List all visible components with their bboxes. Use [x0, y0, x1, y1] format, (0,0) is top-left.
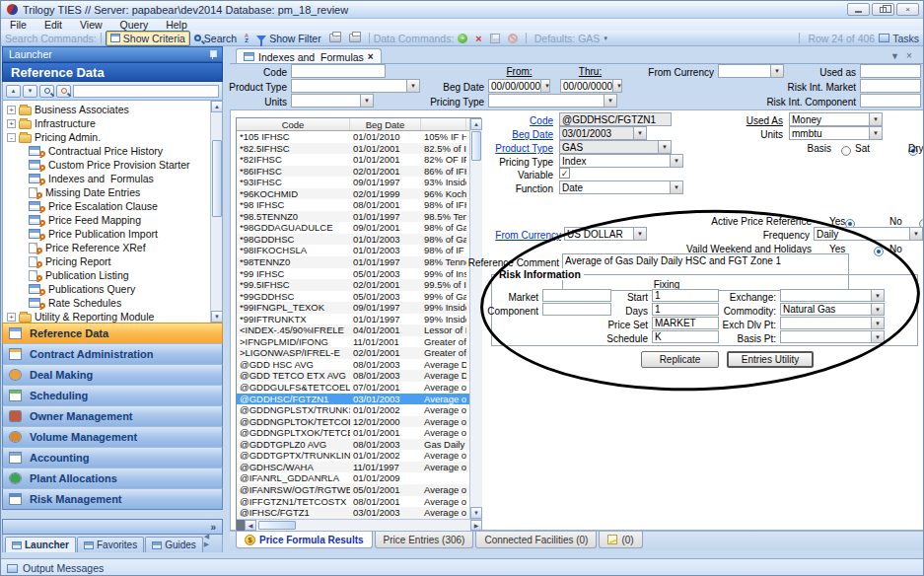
- chevron-down-icon[interactable]: ▼: [633, 228, 646, 240]
- bottom-tab-connected-facilities-0-[interactable]: Connected Facilities (0): [475, 532, 597, 548]
- close-button[interactable]: ×: [896, 3, 919, 16]
- tree-filter-input[interactable]: [73, 85, 219, 98]
- scroll-down-icon[interactable]: ▼: [470, 507, 482, 519]
- pin-icon[interactable]: [209, 50, 216, 59]
- panel-menu-icon[interactable]: ▼: [890, 51, 899, 61]
- grid-row[interactable]: @GDHSC/WAHA11/01/1997Average of Ga: [237, 462, 469, 473]
- menu-view[interactable]: View: [71, 19, 111, 31]
- exch-dlv-pt-dropdown[interactable]: ▼: [780, 317, 885, 329]
- valid-weekend-yes-radio[interactable]: [874, 247, 884, 256]
- criteria-pricing-type-dropdown[interactable]: ▼: [488, 94, 617, 108]
- tree-item[interactable]: Missing Date Entries: [3, 185, 222, 199]
- chevron-down-icon[interactable]: ▼: [909, 228, 922, 240]
- chevron-down-icon[interactable]: ▼: [360, 95, 373, 107]
- grid-row[interactable]: @GDDNGPLTXOK/TETCETX01/01/2001Average of…: [237, 427, 469, 439]
- grid-row[interactable]: *99.5IFHSC02/01/200199.5% of IFHS: [237, 279, 469, 291]
- grid-row[interactable]: @IFANRL_GDDANRLA01/01/2009: [237, 472, 469, 484]
- start-input[interactable]: 1: [652, 289, 719, 302]
- chevron-down-icon[interactable]: ▼: [658, 141, 671, 153]
- module-button-owner-management[interactable]: Owner Management: [2, 405, 223, 427]
- grid-row[interactable]: >IFNGPLMID/IFONG11/01/2001Greater of IFN…: [237, 336, 469, 348]
- criteria-product-type-dropdown[interactable]: ▼: [291, 79, 420, 93]
- grid-row[interactable]: *99 IFHSC05/01/200399% of Inside F: [237, 268, 469, 280]
- grid-row[interactable]: *98TENNZ001/01/199798% Tennesse: [237, 256, 469, 268]
- criteria-from-currency-dropdown[interactable]: ▼: [718, 64, 784, 78]
- entries-utility-button[interactable]: Entries Utility: [727, 351, 814, 368]
- chevron-down-icon[interactable]: ▼: [406, 80, 419, 92]
- expand-icon[interactable]: +: [7, 106, 16, 114]
- tree-item[interactable]: Pricing Report: [3, 254, 222, 268]
- sidebar-tab-favorites[interactable]: Favorites: [77, 537, 144, 552]
- module-button-reference-data[interactable]: Reference Data: [2, 323, 223, 344]
- collapse-all-button[interactable]: ▲: [6, 85, 21, 98]
- grid-row[interactable]: *86IFHSC02/01/200186% of IFHSC: [237, 166, 469, 178]
- grid-row[interactable]: *96KOCHMID02/01/199996% Koch Mids: [237, 188, 469, 200]
- tree-item[interactable]: Rate Schedules: [3, 296, 222, 310]
- basis-sat-radio[interactable]: [841, 146, 851, 156]
- module-button-risk-management[interactable]: Risk Management: [2, 488, 223, 510]
- restore-button[interactable]: [872, 3, 894, 16]
- component-input[interactable]: [542, 303, 611, 316]
- detail-beg-date-dropdown[interactable]: 03/01/2003▼: [559, 126, 647, 140]
- frequency-dropdown[interactable]: Daily▼: [814, 227, 923, 241]
- tree-item[interactable]: +Utility & Reporting Module: [3, 310, 222, 324]
- document-tab[interactable]: Indexes and Formulas ×: [236, 48, 382, 64]
- criteria-code-input[interactable]: [291, 64, 386, 78]
- tab-scroll-arrows[interactable]: ◀ ▶: [204, 533, 220, 552]
- grid-column-header[interactable]: Beg Date: [350, 118, 421, 130]
- tree-item[interactable]: Price Escalation Clause: [3, 199, 222, 213]
- grid-row[interactable]: @GDDHSC/FGTZN103/01/2003Average of Ga: [237, 394, 469, 405]
- grid-row[interactable]: *98IFKOCHSLA01/01/200398% of IF Koch: [237, 245, 469, 256]
- chevron-down-icon[interactable]: ▼: [633, 127, 646, 139]
- detail-product-type-dropdown[interactable]: GAS▼: [559, 140, 672, 154]
- tab-close-icon[interactable]: ×: [368, 51, 374, 62]
- grid-row[interactable]: >LIGONWASP/IFREL-E02/01/2001Greater of L…: [237, 347, 469, 359]
- tree-item[interactable]: Contractual Price History: [3, 144, 222, 158]
- beg-date-from-dropdown[interactable]: 00/00/0000▼: [488, 79, 550, 93]
- show-filter-button[interactable]: Show Filter: [252, 32, 325, 45]
- chevron-down-icon[interactable]: ▼: [871, 290, 884, 301]
- grid-row[interactable]: @GDD HSC AVG08/01/2003Average Daily: [237, 359, 469, 371]
- delete-record-button[interactable]: ×: [471, 33, 485, 44]
- scroll-thumb[interactable]: [212, 140, 222, 217]
- tree-item[interactable]: Publications Query: [3, 282, 222, 296]
- grid-row[interactable]: @GDDGULFS&TETCOELA07/01/2001Average of G…: [237, 382, 469, 394]
- grid-row[interactable]: *98GDDHSC01/01/200398% of Gas Da: [237, 234, 469, 246]
- grid-row[interactable]: *98.5TENNZ001/01/199798.5% Tenness: [237, 211, 469, 223]
- module-button-contract-administration[interactable]: Contract Administration: [2, 343, 223, 365]
- detail-code-field[interactable]: @GDDHSC/FGTZN1: [559, 112, 672, 126]
- grid-row[interactable]: *82IFHSC01/01/200182% OF IFHSC: [237, 154, 469, 166]
- tree-item[interactable]: Price Reference XRef: [3, 241, 222, 254]
- print-button[interactable]: [325, 33, 345, 43]
- expand-all-button[interactable]: ▼: [23, 85, 37, 98]
- module-button-accounting[interactable]: Accounting: [2, 447, 223, 468]
- grid-row[interactable]: @GDD TETCO ETX AVG08/01/2003Average Dail…: [237, 370, 469, 382]
- detail-units-dropdown[interactable]: mmbtu▼: [789, 126, 883, 140]
- splitter-handle[interactable]: [237, 520, 245, 531]
- minimize-button[interactable]: [847, 3, 870, 16]
- scroll-left-icon[interactable]: ◀: [245, 520, 256, 531]
- tree-item[interactable]: Custom Price Provision Starter: [3, 158, 222, 172]
- grid-row[interactable]: @IFANRSW/OGT/RGTWEST05/01/2001Average of…: [237, 484, 469, 496]
- menu-query[interactable]: Query: [111, 19, 158, 31]
- sidebar-tab-launcher[interactable]: Launcher: [5, 537, 76, 552]
- menu-file[interactable]: File: [1, 19, 36, 31]
- tree-item[interactable]: Price Feed Mapping: [3, 213, 222, 227]
- risk-int-market-input[interactable]: [860, 79, 921, 93]
- chevron-down-icon[interactable]: ▼: [871, 318, 884, 328]
- add-record-button[interactable]: +: [454, 33, 471, 44]
- module-button-volume-management[interactable]: Volume Management: [2, 426, 223, 448]
- grid-row[interactable]: *99GDDHSC05/01/200399% of Gas Da: [237, 291, 469, 303]
- chevron-down-icon[interactable]: ▼: [612, 80, 622, 92]
- grid-row[interactable]: *105 IFHSC01/01/2010105% IF HSC: [237, 131, 469, 143]
- scroll-right-icon[interactable]: ▶: [470, 520, 482, 531]
- commodity-dropdown[interactable]: Natural Gas▼: [780, 303, 885, 316]
- criteria-units-dropdown[interactable]: ▼: [291, 94, 374, 108]
- chevron-down-icon[interactable]: ▼: [871, 304, 884, 315]
- grid-row[interactable]: *98 IFHSC08/01/200198% of IFHSC: [237, 199, 469, 211]
- chevron-down-icon[interactable]: ▼: [871, 331, 884, 342]
- grid-row[interactable]: <INDEX-.45/90%IFRELE04/01/2001Lessor of …: [237, 324, 469, 336]
- bottom-tab-price-entries-306-[interactable]: Price Entries (306): [375, 532, 474, 548]
- grid-row[interactable]: @IFHSC/FGTZ103/01/2003Average of Ins: [237, 507, 469, 519]
- grid-row[interactable]: *93IFHSC09/01/199793% Inside FER: [237, 177, 469, 188]
